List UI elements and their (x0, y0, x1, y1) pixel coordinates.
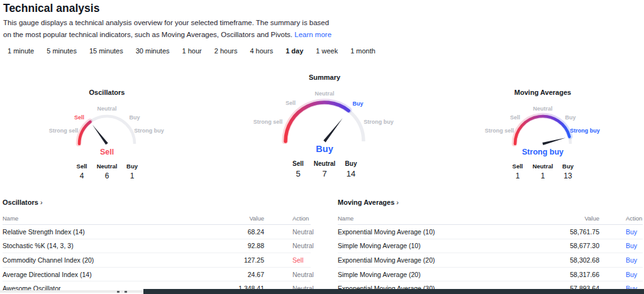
gauge-counts: Sell1 Neutral1 Buy13 (505, 163, 580, 180)
moving-averages-table-title[interactable]: Moving Averages › (338, 198, 643, 207)
indicator-action: Neutral (264, 242, 311, 249)
technical-analysis-widget: Technical analysis This gauge displays a… (0, 0, 644, 294)
table-body: Relative Strength Index (14)68.24Neutral… (3, 225, 311, 294)
gauge-title: Summary (255, 74, 394, 81)
column-header-value: Value (543, 215, 599, 222)
page-title: Technical analysis (3, 2, 99, 15)
gauge-moving-averages: Moving Averages Strong sell Sell Neutral… (474, 88, 612, 188)
description-line-2: on the most popular technical indicators… (3, 31, 292, 38)
count-value: 5 (285, 169, 311, 178)
count-sell: Sell1 (505, 163, 530, 180)
oscillators-table-title[interactable]: Oscillators › (3, 198, 311, 207)
indicator-action: Sell (264, 256, 311, 264)
indicator-name: Average Directional Index (14) (3, 271, 208, 278)
count-value: 1 (530, 172, 555, 180)
indicator-action: Buy (599, 242, 643, 249)
count-label: Neutral (530, 163, 555, 170)
table-row: Stochastic %K (14, 3, 3)92.88Neutral (3, 239, 311, 254)
table-row: Exponential Moving Average (10)58,761.75… (338, 225, 643, 239)
timeframe-tabs: 1 minute5 minutes15 minutes30 minutes1 h… (8, 47, 375, 55)
gauge-needle (323, 118, 343, 142)
indicator-action: Buy (599, 271, 643, 278)
chevron-right-icon: › (396, 199, 399, 206)
gauge-counts: Sell4 Neutral6 Buy1 (69, 163, 145, 180)
count-sell: Sell4 (69, 163, 94, 180)
table-body: Exponential Moving Average (10)58,761.75… (338, 225, 643, 294)
gauge-dial (63, 107, 151, 146)
column-header-action: Action (599, 215, 643, 222)
gauge-summary: Summary Strong sell Sell Neutral Buy Str… (255, 70, 394, 183)
indicator-value: 92.88 (208, 242, 264, 249)
timeframe-tab-1-week[interactable]: 1 week (316, 47, 338, 55)
count-label: Sell (505, 163, 530, 170)
count-label: Sell (285, 160, 311, 167)
indicator-action: Buy (599, 256, 643, 264)
column-header-name: Name (338, 215, 543, 222)
timeframe-tab-1-minute[interactable]: 1 minute (8, 47, 34, 55)
gauge-arc (499, 107, 587, 146)
count-label: Neutral (311, 160, 338, 167)
gauge-reading: Strong buy (474, 148, 612, 156)
table-header: Name Value Action (338, 212, 643, 225)
count-buy: Buy1 (119, 163, 145, 180)
indicator-action: Neutral (264, 271, 311, 278)
moving-averages-table: Moving Averages › Name Value Action Expo… (338, 198, 643, 294)
timeframe-tab-1-day[interactable]: 1 day (286, 47, 303, 55)
indicator-name: Stochastic %K (14, 3, 3) (3, 242, 208, 249)
gauge-dial (499, 107, 587, 146)
count-value: 1 (505, 172, 530, 180)
count-value: 6 (94, 172, 119, 180)
gauge-counts: Sell5 Neutral7 Buy14 (285, 160, 364, 178)
table-row: Exponential Moving Average (20)58,302.68… (338, 253, 643, 268)
indicator-name: Simple Moving Average (20) (338, 271, 543, 278)
horizontal-scrollbar-thumb[interactable] (143, 289, 644, 294)
gauge-needle (542, 138, 565, 145)
indicator-action: Buy (599, 228, 643, 236)
count-label: Buy (338, 160, 364, 167)
horizontal-scrollbar-track[interactable] (0, 290, 143, 293)
widget-description: This gauge displays a technical analysis… (3, 17, 331, 41)
timeframe-tab-30-minutes[interactable]: 30 minutes (136, 47, 170, 55)
description-line-1: This gauge displays a technical analysis… (3, 19, 329, 26)
table-row: Relative Strength Index (14)68.24Neutral (3, 225, 311, 239)
gauge-oscillators: Oscillators Strong sell Sell Neutral Buy… (38, 88, 176, 188)
chevron-right-icon: › (40, 199, 43, 206)
gauge-reading: Sell (38, 148, 176, 156)
oscillators-table: Oscillators › Name Value Action Relative… (3, 198, 311, 294)
learn-more-link[interactable]: Learn more (294, 31, 331, 38)
gauge-arc (63, 107, 151, 146)
timeframe-tab-5-minutes[interactable]: 5 minutes (47, 47, 77, 55)
table-row: Simple Moving Average (20)58,317.66Buy (338, 268, 643, 282)
gauge-reading: Buy (255, 144, 394, 154)
count-label: Sell (69, 163, 94, 170)
table-row: Average Directional Index (14)24.67Neutr… (3, 268, 311, 282)
count-label: Buy (555, 163, 580, 170)
indicator-name: Simple Moving Average (10) (338, 242, 543, 249)
indicator-value: 58,677.30 (543, 242, 599, 249)
indicator-value: 58,302.68 (543, 256, 599, 264)
indicator-name: Commodity Channel Index (20) (3, 256, 208, 264)
count-neutral: Neutral7 (311, 160, 338, 178)
table-row: Commodity Channel Index (20)127.25Sell (3, 253, 311, 268)
indicator-value: 58,317.66 (543, 271, 599, 278)
timeframe-tab-1-month[interactable]: 1 month (350, 47, 375, 55)
timeframe-tab-1-hour[interactable]: 1 hour (182, 47, 202, 55)
indicator-value: 68.24 (208, 228, 264, 236)
timeframe-tab-2-hours[interactable]: 2 hours (214, 47, 238, 55)
indicator-action: Neutral (264, 228, 311, 236)
count-value: 14 (338, 169, 364, 178)
table-row: Simple Moving Average (10)58,677.30Buy (338, 239, 643, 254)
column-header-action: Action (264, 215, 311, 222)
gauge-arc (265, 94, 384, 144)
indicator-name: Relative Strength Index (14) (3, 228, 208, 236)
timeframe-tab-15-minutes[interactable]: 15 minutes (89, 47, 123, 55)
indicator-value: 24.67 (208, 271, 264, 278)
count-value: 1 (119, 172, 145, 180)
count-value: 13 (555, 172, 580, 180)
count-sell: Sell5 (285, 160, 311, 178)
timeframe-tab-4-hours[interactable]: 4 hours (250, 47, 273, 55)
count-value: 7 (311, 169, 338, 178)
indicator-name: Exponential Moving Average (20) (338, 256, 543, 264)
column-header-value: Value (208, 215, 264, 222)
gauge-title: Oscillators (38, 89, 176, 96)
